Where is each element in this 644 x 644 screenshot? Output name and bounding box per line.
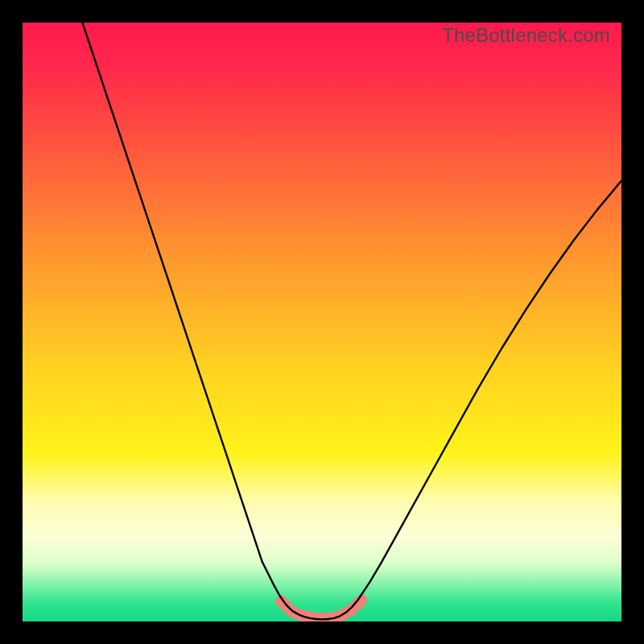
curve-layer (23, 23, 621, 621)
plot-area: TheBottleneck.com (23, 23, 621, 621)
bottleneck-curve (82, 23, 621, 619)
chart-frame: TheBottleneck.com (0, 0, 644, 644)
